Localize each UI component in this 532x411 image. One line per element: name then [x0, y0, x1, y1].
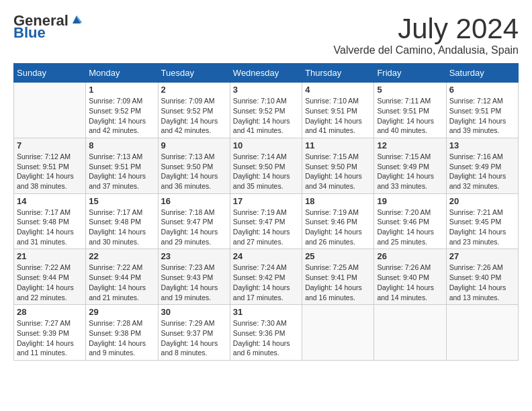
day-number: 15 [89, 196, 154, 206]
day-number: 19 [377, 196, 443, 206]
day-number: 7 [17, 140, 83, 150]
calendar-cell: 15Sunrise: 7:17 AMSunset: 9:48 PMDayligh… [86, 193, 158, 249]
day-number: 9 [161, 140, 227, 150]
calendar-cell: 6Sunrise: 7:12 AMSunset: 9:51 PMDaylight… [446, 83, 518, 138]
day-info: Sunrise: 7:11 AMSunset: 9:51 PMDaylight:… [377, 96, 443, 136]
calendar-cell [374, 305, 446, 361]
logo-blue-text: Blue [13, 26, 46, 40]
header: General Blue July 2024 Valverde del Cami… [13, 13, 519, 56]
calendar-cell [446, 305, 518, 361]
logo: General Blue [13, 13, 83, 40]
day-info: Sunrise: 7:26 AMSunset: 9:40 PMDaylight:… [449, 263, 515, 302]
day-info: Sunrise: 7:22 AMSunset: 9:44 PMDaylight:… [17, 263, 83, 302]
day-number: 8 [89, 140, 154, 150]
day-info: Sunrise: 7:30 AMSunset: 9:36 PMDaylight:… [233, 318, 299, 358]
weekday-header-thursday: Thursday [302, 64, 374, 83]
calendar-cell: 2Sunrise: 7:09 AMSunset: 9:52 PMDaylight… [158, 83, 230, 138]
day-info: Sunrise: 7:22 AMSunset: 9:44 PMDaylight:… [89, 263, 154, 302]
calendar-cell: 13Sunrise: 7:16 AMSunset: 9:49 PMDayligh… [446, 138, 518, 193]
calendar-cell: 27Sunrise: 7:26 AMSunset: 9:40 PMDayligh… [446, 249, 518, 305]
calendar-cell: 12Sunrise: 7:15 AMSunset: 9:49 PMDayligh… [374, 138, 446, 193]
day-info: Sunrise: 7:18 AMSunset: 9:47 PMDaylight:… [161, 208, 227, 247]
day-info: Sunrise: 7:19 AMSunset: 9:47 PMDaylight:… [233, 208, 299, 247]
day-number: 21 [17, 251, 83, 261]
title-area: July 2024 Valverde del Camino, Andalusia… [334, 13, 519, 56]
day-number: 4 [305, 85, 371, 95]
day-number: 27 [449, 251, 515, 261]
weekday-header-saturday: Saturday [446, 64, 518, 83]
day-info: Sunrise: 7:26 AMSunset: 9:40 PMDaylight:… [377, 263, 443, 302]
day-number: 10 [233, 140, 299, 150]
day-info: Sunrise: 7:12 AMSunset: 9:51 PMDaylight:… [17, 152, 83, 191]
day-info: Sunrise: 7:23 AMSunset: 9:43 PMDaylight:… [161, 263, 227, 302]
day-number: 13 [449, 140, 515, 150]
day-info: Sunrise: 7:15 AMSunset: 9:50 PMDaylight:… [305, 152, 371, 191]
calendar-cell: 4Sunrise: 7:10 AMSunset: 9:51 PMDaylight… [302, 83, 374, 138]
day-number: 12 [377, 140, 443, 150]
day-info: Sunrise: 7:12 AMSunset: 9:51 PMDaylight:… [449, 96, 515, 136]
day-number: 18 [305, 196, 371, 206]
day-number: 26 [377, 251, 443, 261]
day-number: 14 [17, 196, 83, 206]
weekday-header-wednesday: Wednesday [230, 64, 302, 83]
day-number: 16 [161, 196, 227, 206]
calendar-cell [302, 305, 374, 361]
calendar-cell: 3Sunrise: 7:10 AMSunset: 9:52 PMDaylight… [230, 83, 302, 138]
calendar-cell: 1Sunrise: 7:09 AMSunset: 9:52 PMDaylight… [86, 83, 158, 138]
calendar-week-row: 14Sunrise: 7:17 AMSunset: 9:48 PMDayligh… [14, 193, 519, 249]
calendar-cell: 31Sunrise: 7:30 AMSunset: 9:36 PMDayligh… [230, 305, 302, 361]
calendar-cell: 11Sunrise: 7:15 AMSunset: 9:50 PMDayligh… [302, 138, 374, 193]
day-number: 24 [233, 251, 299, 261]
weekday-header-sunday: Sunday [14, 64, 86, 83]
calendar-cell: 10Sunrise: 7:14 AMSunset: 9:50 PMDayligh… [230, 138, 302, 193]
day-info: Sunrise: 7:24 AMSunset: 9:42 PMDaylight:… [233, 263, 299, 302]
day-number: 25 [305, 251, 371, 261]
day-number: 30 [161, 307, 227, 317]
calendar-cell: 16Sunrise: 7:18 AMSunset: 9:47 PMDayligh… [158, 193, 230, 249]
calendar-cell: 14Sunrise: 7:17 AMSunset: 9:48 PMDayligh… [14, 193, 86, 249]
day-number: 23 [161, 251, 227, 261]
day-number: 5 [377, 85, 443, 95]
day-info: Sunrise: 7:10 AMSunset: 9:52 PMDaylight:… [233, 96, 299, 136]
day-info: Sunrise: 7:19 AMSunset: 9:46 PMDaylight:… [305, 208, 371, 247]
day-number: 20 [449, 196, 515, 206]
calendar-cell: 24Sunrise: 7:24 AMSunset: 9:42 PMDayligh… [230, 249, 302, 305]
calendar-cell: 22Sunrise: 7:22 AMSunset: 9:44 PMDayligh… [86, 249, 158, 305]
day-info: Sunrise: 7:17 AMSunset: 9:48 PMDaylight:… [89, 208, 154, 247]
calendar-cell: 20Sunrise: 7:21 AMSunset: 9:45 PMDayligh… [446, 193, 518, 249]
day-number: 11 [305, 140, 371, 150]
day-info: Sunrise: 7:10 AMSunset: 9:51 PMDaylight:… [305, 96, 371, 136]
calendar-cell: 8Sunrise: 7:13 AMSunset: 9:51 PMDaylight… [86, 138, 158, 193]
weekday-header-monday: Monday [86, 64, 158, 83]
day-info: Sunrise: 7:20 AMSunset: 9:46 PMDaylight:… [377, 208, 443, 247]
day-info: Sunrise: 7:29 AMSunset: 9:37 PMDaylight:… [161, 318, 227, 358]
day-number: 31 [233, 307, 299, 317]
weekday-header-row: SundayMondayTuesdayWednesdayThursdayFrid… [14, 64, 519, 83]
calendar-cell: 29Sunrise: 7:28 AMSunset: 9:38 PMDayligh… [86, 305, 158, 361]
calendar-week-row: 28Sunrise: 7:27 AMSunset: 9:39 PMDayligh… [14, 305, 519, 361]
weekday-header-tuesday: Tuesday [158, 64, 230, 83]
day-number: 29 [89, 307, 154, 317]
calendar-cell: 28Sunrise: 7:27 AMSunset: 9:39 PMDayligh… [14, 305, 86, 361]
calendar-week-row: 21Sunrise: 7:22 AMSunset: 9:44 PMDayligh… [14, 249, 519, 305]
calendar-cell: 25Sunrise: 7:25 AMSunset: 9:41 PMDayligh… [302, 249, 374, 305]
day-info: Sunrise: 7:13 AMSunset: 9:51 PMDaylight:… [89, 152, 154, 191]
day-info: Sunrise: 7:09 AMSunset: 9:52 PMDaylight:… [161, 96, 227, 136]
calendar-week-row: 1Sunrise: 7:09 AMSunset: 9:52 PMDaylight… [14, 83, 519, 138]
calendar-cell [14, 83, 86, 138]
day-info: Sunrise: 7:14 AMSunset: 9:50 PMDaylight:… [233, 152, 299, 191]
day-info: Sunrise: 7:15 AMSunset: 9:49 PMDaylight:… [377, 152, 443, 191]
weekday-header-friday: Friday [374, 64, 446, 83]
day-number: 2 [161, 85, 227, 95]
day-number: 3 [233, 85, 299, 95]
calendar-cell: 17Sunrise: 7:19 AMSunset: 9:47 PMDayligh… [230, 193, 302, 249]
calendar-cell: 18Sunrise: 7:19 AMSunset: 9:46 PMDayligh… [302, 193, 374, 249]
day-info: Sunrise: 7:16 AMSunset: 9:49 PMDaylight:… [449, 152, 515, 191]
day-info: Sunrise: 7:27 AMSunset: 9:39 PMDaylight:… [17, 318, 83, 358]
day-number: 17 [233, 196, 299, 206]
day-info: Sunrise: 7:25 AMSunset: 9:41 PMDaylight:… [305, 263, 371, 302]
calendar-cell: 23Sunrise: 7:23 AMSunset: 9:43 PMDayligh… [158, 249, 230, 305]
calendar-week-row: 7Sunrise: 7:12 AMSunset: 9:51 PMDaylight… [14, 138, 519, 193]
day-number: 1 [89, 85, 154, 95]
day-number: 22 [89, 251, 154, 261]
